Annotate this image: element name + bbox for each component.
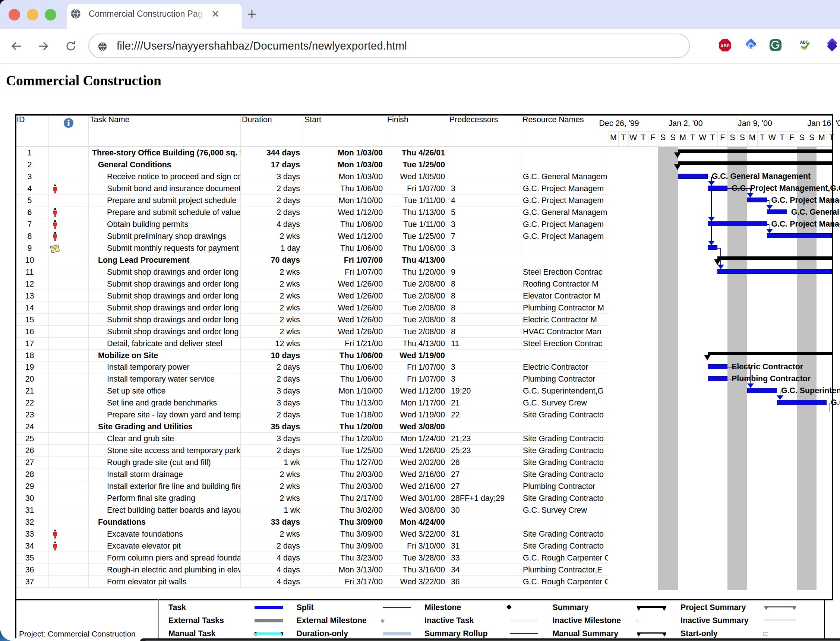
- svg-text:ABC: ABC: [800, 40, 809, 44]
- svg-text:ABP: ABP: [720, 43, 730, 48]
